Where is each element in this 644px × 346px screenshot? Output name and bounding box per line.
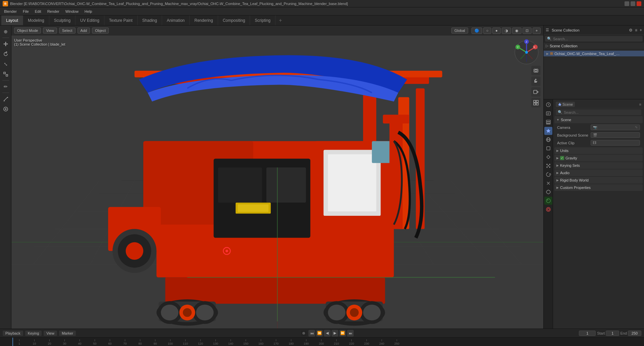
scale-tool-button[interactable]: ⤡ <box>1 59 10 69</box>
object-menu[interactable]: Object <box>92 28 109 34</box>
tab-shading[interactable]: Shading <box>138 15 162 25</box>
menu-render[interactable]: Render <box>45 9 62 14</box>
step-back-button[interactable]: ⏪ <box>316 330 323 337</box>
modifier-properties-tab[interactable] <box>544 153 552 161</box>
viewport-gizmos[interactable]: ⌖ <box>533 28 541 34</box>
grid-view-btn[interactable] <box>531 98 541 107</box>
move-tool-button[interactable] <box>1 39 10 49</box>
menu-file[interactable]: File <box>20 9 32 14</box>
viewport-shading-rendered[interactable]: ◉ <box>512 28 522 34</box>
view-menu-timeline[interactable]: View <box>44 331 57 336</box>
prop-search-input[interactable] <box>564 110 639 114</box>
camera-value[interactable]: 📷 ✎ <box>591 125 640 130</box>
transform-space[interactable]: Global <box>451 28 468 34</box>
start-frame-field[interactable]: 1 <box>606 331 619 336</box>
marker-menu[interactable]: Marker <box>59 331 76 336</box>
menu-blender[interactable]: Blender <box>1 9 19 14</box>
play-button[interactable]: ▶ <box>332 330 338 337</box>
add-primitive-button[interactable] <box>1 104 10 114</box>
tab-layout[interactable]: Layout <box>1 15 23 25</box>
viewport[interactable]: Object Mode View Select Add Object Globa… <box>11 26 543 329</box>
data-tab[interactable] <box>544 188 552 196</box>
proportional-edit[interactable]: ○ <box>483 28 492 34</box>
background-scene-value[interactable]: 🎬 <box>591 132 640 138</box>
add-menu[interactable]: Add <box>78 28 90 34</box>
current-frame-field[interactable]: 1 <box>579 331 596 336</box>
keying-sets-header[interactable]: ▶ Keying Sets <box>554 162 643 169</box>
rigid-body-world-header[interactable]: ▶ Rigid Body World <box>554 177 643 184</box>
viewport-3d-scene[interactable] <box>11 36 543 329</box>
navigation-gizmo[interactable]: X Y Z <box>513 39 540 66</box>
keying-menu[interactable]: Keying <box>25 331 42 336</box>
prop-options-btn[interactable]: ≡ <box>639 102 641 106</box>
audio-section-header[interactable]: ▶ Audio <box>554 169 643 176</box>
output-properties-tab[interactable] <box>544 109 552 117</box>
end-frame-field[interactable]: 250 <box>628 331 641 336</box>
scene-section-header[interactable]: ▼ Scene <box>554 116 643 123</box>
scene-collection-item[interactable]: ▷ Scene Collection <box>544 43 644 49</box>
tab-animation[interactable]: Animation <box>162 15 190 25</box>
keying-sets-arrow: ▶ <box>556 164 559 167</box>
outliner-search-input[interactable] <box>553 37 641 41</box>
menu-help[interactable]: Help <box>82 9 95 14</box>
tab-modeling[interactable]: Modeling <box>23 15 49 25</box>
jump-start-button[interactable]: ⏮ <box>308 330 315 337</box>
viewport-overlays[interactable]: ⊡ <box>523 28 532 34</box>
hand-tool-btn[interactable] <box>531 77 541 86</box>
scene-properties-tab[interactable] <box>544 127 552 135</box>
mode-selector[interactable]: Object Mode <box>14 28 41 34</box>
tab-sculpting[interactable]: Sculpting <box>49 15 76 25</box>
minimize-button[interactable] <box>625 1 629 6</box>
gravity-checkbox[interactable]: ✓ <box>560 156 564 160</box>
scene-breadcrumb-btn[interactable]: Scene <box>556 102 575 107</box>
render-pipeline-tab[interactable] <box>544 205 552 213</box>
tab-compositing[interactable]: Compositing <box>218 15 250 25</box>
view-layer-tab[interactable] <box>544 118 552 126</box>
material-tab[interactable] <box>544 197 552 205</box>
select-menu[interactable]: Select <box>59 28 76 34</box>
camera-edit-icon[interactable]: ✎ <box>635 126 638 129</box>
zoom-camera-btn[interactable] <box>531 87 541 97</box>
annotate-tool-button[interactable]: ✏ <box>1 82 10 91</box>
cursor-tool-button[interactable]: ⊕ <box>1 27 10 36</box>
outliner-item-0[interactable]: ▶ ⊞ Ochiai_OHC-W_Combine_Tea_Leaf_Plucki… <box>544 51 644 56</box>
menu-window[interactable]: Window <box>63 9 81 14</box>
jump-end-button[interactable]: ⏭ <box>347 330 354 337</box>
viewport-shading-solid[interactable]: ● <box>492 28 501 34</box>
units-section-header[interactable]: ▶ Units <box>554 147 643 154</box>
step-forward-button[interactable]: ⏩ <box>339 330 346 337</box>
frame-ruler[interactable]: 1102030405060708090100110120130140150160… <box>0 337 644 346</box>
close-button[interactable] <box>637 1 641 6</box>
gravity-section-header[interactable]: ▶ ✓ Gravity <box>554 155 643 161</box>
rotate-tool-button[interactable] <box>1 49 10 59</box>
maximize-button[interactable] <box>631 1 635 6</box>
timeline-numbers: 1 Start 1 End 250 <box>579 331 641 336</box>
menu-edit[interactable]: Edit <box>32 9 44 14</box>
object-properties-tab[interactable] <box>544 144 552 152</box>
custom-props-header[interactable]: ▶ Custom Properties <box>554 184 643 191</box>
transform-tool-button[interactable] <box>1 69 10 79</box>
playback-menu[interactable]: Playback <box>3 331 23 336</box>
outliner-options-icon[interactable]: ≡ <box>635 28 637 33</box>
tab-uv-editing[interactable]: UV Editing <box>76 15 104 25</box>
play-reverse-button[interactable]: ◀ <box>324 330 331 337</box>
viewport-shading-material[interactable]: ◑ <box>502 28 511 34</box>
add-workspace-button[interactable]: + <box>276 15 285 25</box>
tab-scripting[interactable]: Scripting <box>250 15 276 25</box>
svg-point-106 <box>549 166 550 168</box>
tab-texture-paint[interactable]: Texture Paint <box>104 15 138 25</box>
camera-view-btn[interactable] <box>531 66 541 75</box>
world-properties-tab[interactable] <box>544 136 552 144</box>
render-properties-tab[interactable] <box>544 101 552 109</box>
constraints-tab[interactable] <box>544 179 552 187</box>
view-menu[interactable]: View <box>43 28 57 34</box>
outliner-filter-icon[interactable]: ⚙ <box>629 28 633 33</box>
record-toggle[interactable] <box>301 331 306 336</box>
tab-rendering[interactable]: Rendering <box>190 15 218 25</box>
outliner-add-icon[interactable]: + <box>640 28 642 33</box>
physics-tab[interactable] <box>544 170 552 179</box>
active-clip-value[interactable]: 🎞 <box>591 140 640 146</box>
snap-toggle[interactable]: 🔵 <box>472 28 482 34</box>
particles-tab[interactable] <box>544 162 552 170</box>
measure-tool-button[interactable] <box>1 94 10 104</box>
